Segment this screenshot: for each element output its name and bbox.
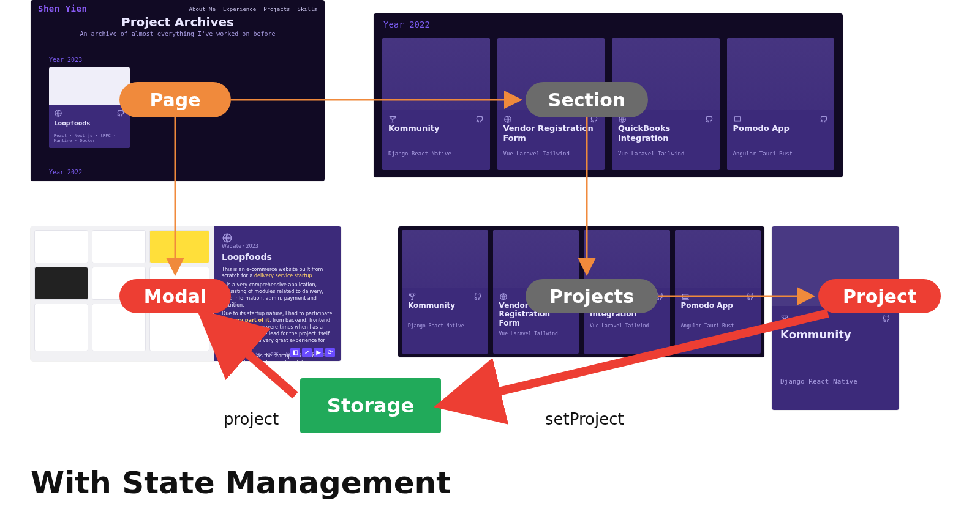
svg-rect-3 (734, 117, 740, 121)
section-year-label: Year 2022 (383, 20, 430, 29)
card-tags: Django React Native (408, 323, 482, 329)
node-page: Page (119, 82, 231, 117)
page-subheading: An archive of almost everything I've wor… (31, 31, 325, 37)
modal-title: Loopfoods (222, 251, 334, 263)
svg-rect-6 (682, 294, 688, 298)
card-tags: Vue Laravel Tailwind (499, 331, 573, 337)
project-tags: Django React Native (780, 378, 891, 386)
card-title: Kommunity (408, 301, 482, 319)
card-preview (727, 38, 835, 110)
edge-label-setproject: setProject (545, 410, 624, 428)
laptop-icon (681, 292, 690, 301)
github-icon (473, 292, 482, 301)
card-tags: Angular Tauri Rust (733, 151, 829, 157)
card-preview (382, 38, 490, 110)
modal-paragraph: It is a very comprehensive application, … (222, 282, 334, 308)
modal-action-icon: ⤢ (302, 348, 312, 357)
card-preview (49, 67, 130, 105)
node-modal: Modal (119, 279, 231, 313)
card-title: Loopfoods (54, 119, 125, 127)
github-icon (820, 115, 828, 124)
github-icon (475, 115, 484, 124)
card-title: Kommunity (388, 124, 484, 144)
nav-item: Skills (297, 6, 317, 12)
project-title: Kommunity (780, 328, 891, 341)
trophy-icon (408, 292, 417, 301)
nav-item: Projects (263, 6, 290, 12)
modal-action-icon: ⟳ (325, 348, 335, 357)
nav-item: Experience (223, 6, 256, 12)
modal-detail-panel: Website · 2023 Loopfoods This is an e-co… (214, 226, 341, 361)
card-tags: Vue Laravel Tailwind (618, 151, 714, 157)
top-nav: About Me Experience Projects Skills (189, 6, 317, 12)
node-section: Section (526, 82, 648, 117)
edge-label-project: project (224, 410, 279, 428)
card-title: Pomodo App (681, 301, 755, 319)
modal-meta: Website · 2023 (222, 244, 334, 250)
page-project-card: Loopfoods React · Next.js · tRPC · Manti… (49, 67, 130, 148)
card-title: Pomodo App (733, 124, 829, 144)
page-heading: Project Archives (31, 15, 325, 29)
card-tags: React · Next.js · tRPC · Mantine · Docke… (54, 133, 125, 143)
card-tags: Vue Laravel Tailwind (590, 323, 664, 329)
project-card: KommunityDjango React Native (382, 38, 490, 170)
github-icon (705, 115, 714, 124)
project-card-screenshot: Kommunity Django React Native (772, 226, 899, 410)
diagram-title: With State Management (31, 465, 451, 501)
modal-action-icon: ◧ (290, 348, 300, 357)
node-project: Project (818, 279, 941, 313)
node-storage: Storage (300, 378, 441, 433)
laptop-icon (733, 115, 742, 124)
card-preview (675, 230, 761, 288)
card-tags: Vue Laravel Tailwind (503, 151, 599, 157)
modal-action-icons: ◧ ⤢ ▶ ⟳ (290, 348, 335, 357)
trophy-icon (780, 315, 789, 323)
card-title: Vendor Registration Form (503, 124, 599, 144)
card-preview (402, 230, 488, 288)
modal-paragraph: Due to its startup nature, I had to part… (222, 311, 334, 351)
card-tags: Django React Native (388, 151, 484, 157)
project-card: Pomodo AppAngular Tauri Rust (675, 230, 761, 354)
modal-action-icon: ▶ (314, 348, 323, 357)
node-projects: Projects (526, 279, 658, 313)
modal-paragraph: This is an e-commerce website built from… (222, 267, 334, 280)
project-card: KommunityDjango React Native (402, 230, 488, 354)
trophy-icon (388, 115, 397, 124)
nav-item: About Me (189, 6, 216, 12)
globe-icon (222, 233, 233, 244)
globe-icon (54, 109, 62, 117)
github-icon (882, 315, 891, 323)
year-label-2022: Year 2022 (49, 169, 82, 176)
year-label-2023: Year 2023 (49, 56, 82, 63)
brand-logo: Shen Yien (38, 4, 87, 13)
globe-icon (499, 292, 508, 301)
globe-icon (503, 115, 512, 124)
project-card: Pomodo AppAngular Tauri Rust (727, 38, 835, 170)
card-title: QuickBooks Integration (618, 124, 714, 144)
github-icon (746, 292, 755, 301)
card-tags: Angular Tauri Rust (681, 323, 755, 329)
